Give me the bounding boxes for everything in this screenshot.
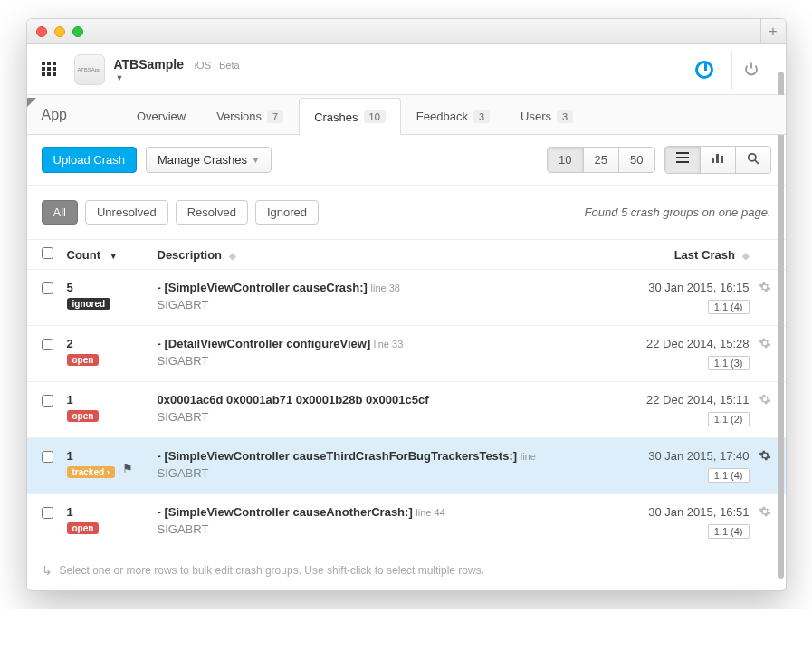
row-gear-icon[interactable] — [750, 393, 771, 408]
flag-icon: ⚑ — [122, 462, 133, 475]
tab-badge: 7 — [267, 110, 283, 123]
row-checkbox[interactable] — [42, 395, 53, 407]
row-gear-icon[interactable] — [750, 449, 771, 464]
chart-view-icon[interactable] — [701, 147, 736, 173]
sort-desc-icon: ▼ — [110, 252, 118, 261]
status-badge: tracked › — [67, 466, 116, 478]
last-crash-date: 30 Jan 2015, 16:15 — [596, 281, 750, 294]
crash-line: line — [521, 451, 536, 462]
window-titlebar: + — [27, 19, 786, 44]
svg-rect-0 — [676, 152, 689, 154]
crash-signal: SIGABRT — [158, 466, 596, 480]
page-size-25[interactable]: 25 — [584, 148, 619, 172]
page-size-10[interactable]: 10 — [548, 148, 583, 172]
minimize-window-button[interactable] — [54, 26, 65, 37]
app-dropdown-icon[interactable]: ▼ — [116, 73, 240, 82]
tab-badge: 10 — [364, 110, 386, 123]
crash-title: - [SimpleViewController causeCrash:] — [158, 281, 368, 294]
column-last-label: Last Crash — [674, 248, 735, 262]
results-count-text: Found 5 crash groups on one page. — [585, 206, 771, 219]
crash-signal: SIGABRT — [158, 410, 596, 424]
column-description[interactable]: Description ◆ — [158, 248, 596, 262]
filter-all[interactable]: All — [42, 200, 78, 225]
last-crash-date: 30 Jan 2015, 16:51 — [596, 505, 750, 519]
tab-users[interactable]: Users3 — [505, 98, 588, 134]
row-checkbox[interactable] — [42, 451, 53, 463]
svg-rect-3 — [712, 158, 714, 163]
column-description-label: Description — [158, 248, 223, 262]
crash-title: 0x0001ac6d 0x0001ab71 0x0001b28b 0x0001c… — [158, 393, 429, 407]
tab-versions[interactable]: Versions7 — [201, 98, 299, 134]
select-all-checkbox[interactable] — [42, 247, 53, 259]
last-crash-date: 22 Dec 2014, 15:11 — [596, 393, 750, 407]
last-crash-date: 22 Dec 2014, 15:28 — [596, 337, 750, 350]
row-checkbox[interactable] — [42, 507, 53, 519]
crash-line: line 44 — [416, 507, 444, 518]
version-badge: 1.1 (3) — [708, 356, 750, 370]
tab-list: OverviewVersions7Crashes10Feedback3Users… — [121, 98, 588, 134]
crash-title: - [SimpleViewController causeThirdCrashF… — [158, 449, 518, 463]
tab-crashes[interactable]: Crashes10 — [299, 98, 401, 135]
status-badge: open — [67, 354, 100, 366]
new-tab-button[interactable]: + — [760, 19, 786, 44]
filter-resolved[interactable]: Resolved — [176, 200, 248, 225]
page-size-segment: 10 25 50 — [547, 147, 654, 173]
app-name: ATBSample — [114, 57, 185, 72]
crash-title: - [SimpleViewController causeAnotherCras… — [158, 505, 413, 519]
status-badge: ignored — [67, 298, 111, 310]
version-badge: 1.1 (4) — [708, 524, 750, 539]
tab-overview[interactable]: Overview — [121, 98, 201, 134]
manage-crashes-button[interactable]: Manage Crashes ▼ — [146, 147, 272, 173]
crash-signal: SIGABRT — [158, 354, 596, 368]
close-window-button[interactable] — [36, 26, 47, 37]
crash-signal: SIGABRT — [158, 298, 596, 311]
tab-feedback[interactable]: Feedback3 — [401, 98, 505, 134]
column-last-crash[interactable]: Last Crash ◆ — [596, 248, 750, 262]
tab-label: Overview — [137, 110, 186, 123]
table-row[interactable]: 1 open 0x0001ac6d 0x0001ab71 0x0001b28b … — [27, 382, 786, 438]
section-label: App — [42, 107, 67, 134]
row-gear-icon[interactable] — [750, 281, 771, 296]
table-row[interactable]: 1 tracked › ⚑ - [SimpleViewController ca… — [27, 438, 786, 494]
session-icon[interactable] — [695, 61, 713, 79]
app-logo: ATBSApp — [74, 54, 105, 85]
filter-unresolved[interactable]: Unresolved — [85, 200, 168, 225]
svg-rect-1 — [676, 157, 689, 158]
version-badge: 1.1 (4) — [708, 468, 750, 483]
search-icon[interactable] — [736, 147, 770, 173]
column-count[interactable]: Count ▼ — [67, 248, 158, 262]
sort-icon: ◆ — [229, 251, 236, 261]
return-arrow-icon: ↳ — [42, 563, 53, 578]
crash-count: 1 — [67, 449, 116, 463]
crash-signal: SIGABRT — [158, 522, 596, 536]
bulk-edit-hint-text: Select one or more rows to bulk edit cra… — [60, 564, 485, 577]
row-checkbox[interactable] — [42, 282, 53, 294]
chevron-down-icon: ▼ — [252, 156, 260, 165]
page-size-50[interactable]: 50 — [619, 148, 654, 172]
table-row[interactable]: 2 open - [DetailViewController configure… — [27, 326, 786, 382]
list-view-icon[interactable] — [665, 147, 701, 173]
row-gear-icon[interactable] — [750, 505, 771, 521]
scrollbar[interactable] — [778, 72, 784, 579]
apps-grid-icon[interactable] — [42, 62, 58, 78]
crash-count: 5 — [67, 281, 111, 294]
upload-crash-button[interactable]: Upload Crash — [42, 147, 138, 173]
power-icon[interactable] — [731, 50, 771, 90]
table-row[interactable]: 5 ignored - [SimpleViewController causeC… — [27, 270, 786, 326]
row-checkbox[interactable] — [42, 339, 53, 350]
filter-ignored[interactable]: Ignored — [255, 200, 319, 225]
table-row[interactable]: 1 open - [SimpleViewController causeAnot… — [27, 494, 786, 550]
crash-count: 2 — [67, 337, 100, 350]
svg-rect-2 — [676, 161, 689, 163]
crash-line: line 38 — [371, 282, 400, 293]
app-platform: iOS | Beta — [195, 60, 240, 71]
column-count-label: Count — [67, 248, 101, 262]
sort-icon: ◆ — [742, 251, 750, 261]
svg-rect-5 — [721, 156, 723, 163]
crash-line: line 33 — [374, 339, 403, 349]
tab-badge: 3 — [473, 110, 490, 123]
tab-label: Users — [521, 110, 551, 123]
crash-count: 1 — [67, 505, 100, 519]
zoom-window-button[interactable] — [72, 26, 83, 37]
row-gear-icon[interactable] — [750, 337, 771, 352]
